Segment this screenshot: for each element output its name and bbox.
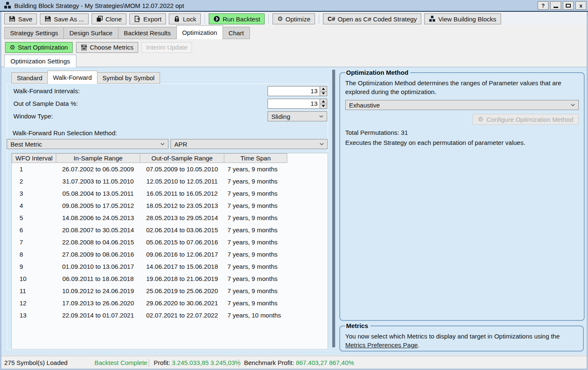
clone-button[interactable]: Clone bbox=[92, 13, 126, 24]
tab-optimization[interactable]: Optimization bbox=[176, 25, 223, 39]
col-header-time-span[interactable]: Time Span bbox=[224, 154, 287, 163]
optimization-settings-tab-bar: Optimization Settings bbox=[4, 55, 76, 67]
wfo-table-cell: 22.09.2014 to 01.07.2021 bbox=[56, 309, 140, 321]
walk-forward-tab-bar: Standard Walk-Forward Symbol by Symbol bbox=[11, 71, 160, 84]
wfo-table-row[interactable]: 514.08.2006 to 24.05.201328.05.2013 to 2… bbox=[12, 212, 328, 224]
wfo-table-row[interactable]: 1322.09.2014 to 01.07.202102.07.2021 to … bbox=[12, 309, 328, 321]
export-icon bbox=[134, 16, 141, 22]
wfo-table-row[interactable]: 827.08.2009 to 08.06.201609.06.2016 to 1… bbox=[12, 248, 328, 260]
close-button[interactable]: x bbox=[575, 1, 586, 10]
tab-optimization-settings[interactable]: Optimization Settings bbox=[4, 55, 76, 67]
close-icon: x bbox=[579, 3, 582, 9]
maximize-button[interactable] bbox=[563, 1, 574, 10]
window-type-select[interactable]: Sliding bbox=[268, 111, 327, 121]
wfo-table-row[interactable]: 231.07.2003 to 11.05.201012.05.2010 to 1… bbox=[12, 175, 328, 187]
wfo-table-cell: 19.06.2018 to 21.06.2019 bbox=[140, 273, 224, 285]
floppy-disk-icon bbox=[9, 16, 16, 22]
wfo-table-cell: 7 years, 9 months bbox=[224, 224, 287, 236]
tab-standard[interactable]: Standard bbox=[11, 72, 48, 84]
wfo-table-cell: 11 bbox=[12, 285, 56, 297]
wfo-table-row[interactable]: 901.09.2010 to 13.06.201714.06.2017 to 1… bbox=[12, 260, 328, 273]
spin-down-button[interactable] bbox=[320, 91, 327, 96]
wfo-table-cell bbox=[287, 224, 328, 236]
chevron-down-icon bbox=[571, 104, 575, 106]
wfo-table-cell: 7 years, 9 months bbox=[224, 175, 287, 187]
tab-design-surface[interactable]: Design Surface bbox=[64, 27, 118, 39]
wfo-table-row[interactable]: 1217.09.2013 to 26.06.202029.06.2020 to … bbox=[12, 297, 328, 309]
spin-up-button[interactable] bbox=[320, 99, 327, 104]
run-icon bbox=[213, 16, 220, 22]
export-button[interactable]: Export bbox=[129, 13, 166, 24]
status-bar: 275 Symbol(s) Loaded Backtest Complete P… bbox=[1, 356, 587, 369]
tab-chart[interactable]: Chart bbox=[223, 27, 250, 39]
wfo-table-cell: 10.09.2012 to 24.06.2019 bbox=[56, 285, 140, 297]
main-tab-bar: Strategy Settings Design Surface Backtes… bbox=[1, 25, 587, 39]
wfo-table-row[interactable]: 620.08.2007 to 30.05.201402.06.2014 to 0… bbox=[12, 224, 328, 236]
building-blocks-icon bbox=[429, 16, 436, 22]
metrics-title: Metrics bbox=[345, 322, 370, 329]
lock-icon bbox=[173, 16, 180, 22]
wfo-table-cell: 09.06.2016 to 12.06.2017 bbox=[140, 248, 224, 260]
wfo-table-cell: 9 bbox=[12, 260, 56, 273]
save-button[interactable]: Save bbox=[4, 13, 37, 24]
walk-forward-intervals-value[interactable]: 13 bbox=[268, 86, 320, 96]
optimize-button[interactable]: ⚙ Optimize bbox=[273, 13, 315, 24]
profit-label: Profit: bbox=[154, 359, 170, 366]
run-backtest-button[interactable]: Run Backtest bbox=[209, 13, 265, 24]
wfo-table-row[interactable]: 305.08.2004 to 13.05.201116.05.2011 to 1… bbox=[12, 187, 328, 199]
minimize-button[interactable] bbox=[550, 1, 561, 10]
choose-metrics-button[interactable]: Choose Metrics bbox=[76, 42, 138, 53]
wfo-table-cell: 3 bbox=[12, 187, 56, 199]
save-as-button[interactable]: Save As ... bbox=[40, 13, 89, 24]
wfo-table-row[interactable]: 1006.09.2011 to 18.06.201819.06.2018 to … bbox=[12, 273, 328, 285]
optimization-method-description: The Optimization Method determines the r… bbox=[345, 79, 577, 96]
minimize-icon bbox=[554, 7, 558, 8]
tab-backtest-results[interactable]: Backtest Results bbox=[118, 27, 177, 39]
panel-splitter[interactable] bbox=[332, 70, 335, 347]
open-csharp-button[interactable]: C# Open as C# Coded Strategy bbox=[323, 13, 421, 24]
csharp-icon: C# bbox=[328, 16, 335, 22]
help-button[interactable]: ? bbox=[538, 1, 549, 10]
tab-walk-forward[interactable]: Walk-Forward bbox=[47, 71, 97, 84]
lock-button[interactable]: Lock bbox=[169, 13, 201, 24]
symbols-loaded-status: 275 Symbol(s) Loaded bbox=[4, 359, 68, 366]
metrics-preferences-link[interactable]: Metrics Preferences Page bbox=[345, 341, 418, 349]
wfo-table-cell: 4 bbox=[12, 199, 56, 212]
tab-strategy-settings[interactable]: Strategy Settings bbox=[4, 27, 64, 39]
optimization-method-select[interactable]: Exhaustive bbox=[345, 100, 579, 110]
wfo-table-row[interactable]: 409.08.2005 to 17.05.201218.05.2012 to 2… bbox=[12, 199, 328, 212]
wfo-table-cell bbox=[287, 236, 328, 248]
wfo-table-cell: 7 years, 9 months bbox=[224, 248, 287, 260]
selection-metric-select[interactable]: APR bbox=[171, 139, 328, 149]
walk-forward-intervals-input[interactable]: 13 bbox=[268, 86, 327, 96]
view-building-blocks-button[interactable]: View Building Blocks bbox=[424, 13, 501, 24]
configure-optimization-method-button[interactable]: ⚙ Configure Optimization Method bbox=[472, 114, 579, 125]
benchmark-profit-label: Benchmark Profit: bbox=[244, 359, 294, 366]
wfo-table-row[interactable]: 1110.09.2012 to 24.06.201925.06.2019 to … bbox=[12, 285, 328, 297]
interim-update-label: Interim Update bbox=[146, 44, 187, 51]
col-header-wfo-interval[interactable]: WFO Interval bbox=[12, 154, 56, 163]
spin-down-button[interactable] bbox=[320, 104, 327, 109]
help-icon: ? bbox=[541, 3, 545, 9]
spin-up-button[interactable] bbox=[320, 87, 327, 91]
chevron-down-icon bbox=[320, 143, 324, 145]
wfo-table-row[interactable]: 126.07.2002 to 06.05.200907.05.2009 to 1… bbox=[12, 163, 328, 175]
wfo-table-cell bbox=[287, 212, 328, 224]
sliders-icon bbox=[81, 44, 87, 51]
wfo-header-row: WFO Interval In-Sample Range Out-of-Samp… bbox=[12, 154, 328, 163]
run-backtest-label: Run Backtest bbox=[223, 16, 260, 23]
tab-symbol-by-symbol[interactable]: Symbol by Symbol bbox=[97, 72, 160, 84]
start-optimization-button[interactable]: ⚙ Start Optimization bbox=[5, 42, 73, 53]
col-header-in-sample[interactable]: In-Sample Range bbox=[56, 154, 140, 163]
floppy-disk-icon bbox=[45, 16, 51, 22]
clone-label: Clone bbox=[105, 16, 122, 23]
wfo-table-cell: 7 years, 10 months bbox=[224, 309, 287, 321]
wfo-table-cell: 05.06.2015 to 07.06.2016 bbox=[140, 236, 224, 248]
selection-method-select[interactable]: Best Metric bbox=[7, 139, 168, 149]
wfo-table-row[interactable]: 722.08.2008 to 04.06.201505.06.2015 to 0… bbox=[12, 236, 328, 248]
out-of-sample-value[interactable]: 13 bbox=[268, 99, 320, 109]
toolbar-separator bbox=[205, 14, 205, 24]
col-header-out-of-sample[interactable]: Out-of-Sample Range bbox=[140, 154, 224, 163]
interim-update-button[interactable]: Interim Update bbox=[142, 42, 192, 53]
out-of-sample-input[interactable]: 13 bbox=[268, 99, 327, 109]
